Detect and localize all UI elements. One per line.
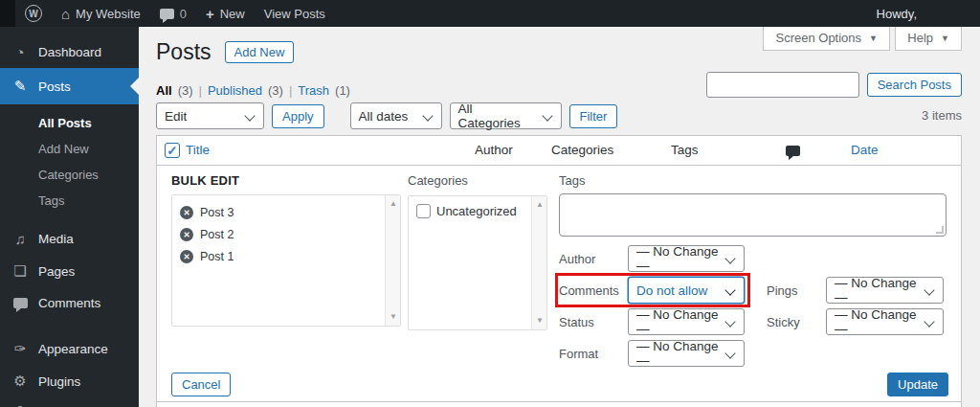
sidebar-item-plugins[interactable]: ⚙ Plugins [0, 365, 139, 397]
list-item: Uncategorized [416, 202, 525, 218]
sidebar-label-plugins: Plugins [38, 374, 80, 389]
categories-filter-value: All Categories [458, 102, 536, 130]
bulk-edit-legend: BULK EDIT [171, 173, 239, 188]
view-posts-label: View Posts [264, 7, 325, 21]
scroll-down-icon[interactable]: ▼ [532, 314, 547, 328]
search-box: Search Posts [706, 72, 962, 98]
submenu-item-categories[interactable]: Categories [0, 162, 139, 188]
sidebar-item-users[interactable]: Users [0, 397, 139, 407]
format-select[interactable]: — No Change — [628, 340, 745, 367]
categories-list-label: Categories [408, 173, 468, 188]
remove-post-icon[interactable]: ✕ [180, 228, 193, 241]
view-all-link[interactable]: All [156, 83, 172, 98]
categories-filter-select[interactable]: All Categories [450, 102, 562, 129]
add-new-button[interactable]: Add New [225, 41, 295, 63]
sidebar-item-media[interactable]: ♫ Media [0, 223, 139, 255]
select-all-checkbox[interactable]: ✓ [165, 143, 180, 158]
column-tags: Tags [671, 143, 699, 157]
list-item: ✕ Post 1 [180, 245, 379, 267]
comments-value: Do not allow [636, 283, 707, 298]
paintbrush-icon: ✑ [11, 340, 29, 357]
table-header-row: ✓ Title Author Categories Tags Date [157, 136, 961, 166]
sidebar-item-appearance[interactable]: ✑ Appearance [0, 332, 139, 365]
remove-post-icon[interactable]: ✕ [180, 250, 193, 263]
help-tab[interactable]: Help ▼ [895, 27, 962, 51]
column-comments-icon [786, 145, 800, 159]
pushpin-icon: ✎ [11, 78, 29, 95]
cancel-button[interactable]: Cancel [171, 373, 231, 396]
column-author: Author [475, 143, 513, 157]
scrollbar[interactable]: ▲ ▼ [385, 195, 400, 326]
page-header: Posts Add New [156, 39, 294, 65]
sidebar-item-comments[interactable]: Comments [0, 287, 139, 319]
admin-bar-comments[interactable]: 0 [150, 0, 196, 27]
pings-select[interactable]: — No Change — [826, 277, 944, 304]
screen-options-label: Screen Options [775, 31, 861, 45]
sidebar-item-dashboard[interactable]: ◔ Dashboard [0, 36, 139, 68]
submenu-item-add-new[interactable]: Add New [0, 136, 139, 162]
view-published-link[interactable]: Published [208, 83, 262, 98]
search-posts-button[interactable]: Search Posts [867, 73, 962, 97]
sidebar-label-pages: Pages [38, 264, 75, 279]
author-label: Author [559, 252, 628, 266]
view-trash-count: (1) [335, 83, 350, 98]
comment-count: 0 [180, 7, 187, 21]
wordpress-logo-icon: W [25, 5, 42, 22]
search-input[interactable] [706, 72, 859, 98]
chevron-down-icon: ▼ [941, 34, 949, 43]
tags-label: Tags [559, 173, 947, 188]
remove-post-icon[interactable]: ✕ [180, 206, 193, 219]
column-categories: Categories [551, 143, 613, 157]
site-name-link[interactable]: ⌂ My Website [52, 0, 150, 27]
bulk-edit-fields-column: Tags Author — No Change — [559, 173, 947, 372]
column-date[interactable]: Date [851, 143, 879, 157]
update-button[interactable]: Update [887, 373, 948, 396]
filter-button[interactable]: Filter [569, 104, 618, 128]
view-all-count: (3) [178, 83, 193, 98]
pages-icon: ❏ [11, 262, 29, 280]
new-label: New [220, 7, 245, 21]
screen-options-tab[interactable]: Screen Options ▼ [763, 27, 890, 51]
bulk-edit-posts-list: ✕ Post 3 ✕ Post 2 ✕ Post 1 ▲ ▼ [171, 194, 401, 327]
tags-textarea-wrap [559, 193, 947, 237]
scroll-up-icon[interactable]: ▲ [532, 198, 547, 212]
admin-bar: W ⌂ My Website 0 + New View Posts Howdy, [0, 0, 980, 27]
comments-icon [11, 295, 29, 311]
column-title[interactable]: Title [186, 143, 210, 157]
scroll-up-icon[interactable]: ▲ [386, 197, 401, 211]
sticky-label: Sticky [767, 315, 826, 329]
help-label: Help [907, 31, 933, 45]
view-posts-link[interactable]: View Posts [255, 0, 335, 27]
post-title: Post 3 [200, 206, 234, 219]
sticky-select[interactable]: — No Change — [826, 308, 944, 335]
howdy-account-menu[interactable]: Howdy, [877, 0, 917, 27]
submenu-item-all-posts[interactable]: All Posts [0, 110, 139, 136]
chevron-down-icon: ▼ [869, 34, 878, 43]
dates-filter-select[interactable]: All dates [350, 102, 442, 129]
author-select[interactable]: — No Change — [628, 245, 745, 272]
sidebar-label-dashboard: Dashboard [38, 45, 101, 59]
bulk-edit-field-rows: Author — No Change — Comments Do not all… [559, 245, 947, 367]
bulk-actions-select[interactable]: Edit [156, 102, 264, 129]
submenu-item-tags[interactable]: Tags [0, 188, 139, 214]
dates-filter-value: All dates [359, 109, 409, 124]
tags-textarea[interactable] [560, 194, 946, 236]
scroll-down-icon[interactable]: ▼ [386, 310, 401, 324]
status-select[interactable]: — No Change — [628, 308, 745, 335]
admin-sidebar: ◔ Dashboard ✎ Posts All Posts Add New Ca… [0, 27, 139, 407]
category-checkbox[interactable] [416, 204, 431, 218]
items-count: 3 items [922, 108, 962, 123]
posts-submenu: All Posts Add New Categories Tags [0, 104, 139, 223]
post-title: Post 2 [200, 228, 234, 241]
apply-button[interactable]: Apply [272, 104, 324, 128]
new-content-menu[interactable]: + New [196, 0, 255, 27]
sidebar-item-pages[interactable]: ❏ Pages [0, 255, 139, 287]
view-trash-link[interactable]: Trash [298, 83, 329, 98]
wordpress-menu[interactable]: W [15, 0, 52, 27]
sidebar-item-posts[interactable]: ✎ Posts [0, 68, 139, 104]
sidebar-label-media: Media [38, 232, 74, 246]
separator: | [289, 83, 292, 98]
comments-select[interactable]: Do not allow [628, 277, 745, 304]
site-name: My Website [76, 7, 141, 21]
scrollbar[interactable]: ▲ ▼ [531, 196, 546, 329]
